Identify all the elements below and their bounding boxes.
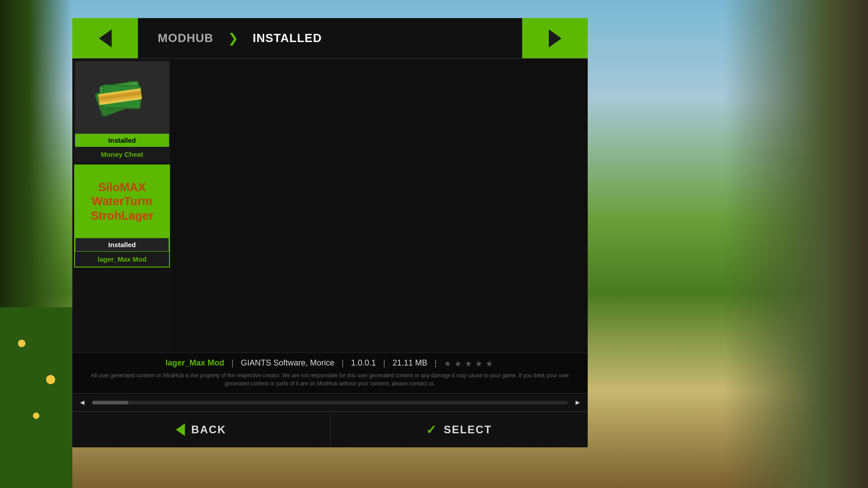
star-4: ★	[475, 359, 484, 368]
scroll-left-button[interactable]: ◄	[77, 397, 88, 408]
mod-card-silo-max[interactable]: SiloMAX WaterTurm StrohLager Installed l…	[74, 164, 170, 267]
select-button[interactable]: ✓ SELECT	[330, 412, 588, 447]
selected-mod-version: 1.0.0.1	[351, 358, 376, 368]
rating-stars: ★ ★ ★ ★ ★	[444, 359, 495, 368]
nav-bar: MODHUB ❯ INSTALLED	[72, 18, 588, 59]
tab-installed[interactable]: INSTALLED	[242, 18, 333, 58]
action-bar: BACK ✓ SELECT	[72, 411, 588, 447]
mod-card-status-money-cheat: Installed	[75, 134, 169, 147]
chevron-left-icon	[99, 29, 112, 47]
chevron-right-icon	[549, 29, 561, 47]
selected-mod-size: 21.11 MB	[392, 358, 427, 368]
mod-card-name-silo-max: lager_Max Mod	[75, 252, 169, 267]
scrollbar-thumb[interactable]	[92, 401, 128, 404]
mod-card-image-money-cheat	[75, 61, 169, 134]
star-3: ★	[465, 359, 474, 368]
money-icon	[95, 75, 149, 120]
nav-prev-button[interactable]	[72, 18, 138, 58]
mod-list: Installed Money Cheat SiloMAX WaterTurm …	[72, 59, 172, 352]
tab-modhub[interactable]: MODHUB	[147, 18, 224, 58]
main-panel: MODHUB ❯ INSTALLED	[72, 18, 588, 447]
star-5: ★	[486, 359, 495, 368]
star-1: ★	[444, 359, 453, 368]
scrollbar-area: ◄ ►	[72, 393, 588, 411]
mod-card-image-silo-max: SiloMAX WaterTurm StrohLager	[75, 165, 169, 238]
silo-max-title: SiloMAX WaterTurm StrohLager	[91, 180, 154, 223]
back-button[interactable]: BACK	[72, 412, 330, 447]
nav-next-button[interactable]	[522, 18, 588, 58]
scroll-right-button[interactable]: ►	[572, 397, 583, 408]
mod-detail-area	[172, 59, 588, 352]
info-bar-meta: lager_Max Mod | GIANTS Software, Morice …	[81, 358, 579, 368]
selected-mod-author: GIANTS Software, Morice	[241, 358, 335, 368]
mod-card-status-silo-max: Installed	[75, 238, 169, 252]
scrollbar-track[interactable]	[92, 401, 568, 404]
mod-card-name-money-cheat: Money Cheat	[75, 147, 169, 162]
content-area: Installed Money Cheat SiloMAX WaterTurm …	[72, 59, 588, 352]
selected-mod-name: lager_Max Mod	[165, 358, 224, 368]
check-icon: ✓	[426, 422, 437, 437]
bg-right-overlay	[723, 0, 868, 488]
back-icon	[176, 423, 185, 436]
tab-separator-icon: ❯	[228, 31, 238, 46]
star-2: ★	[454, 359, 463, 368]
sunflowers-decoration	[0, 307, 72, 488]
mod-card-money-cheat[interactable]: Installed Money Cheat	[74, 61, 170, 163]
disclaimer-text: All user generated content on ModHub is …	[81, 371, 579, 388]
nav-tabs: MODHUB ❯ INSTALLED	[138, 18, 522, 58]
info-bar: lager_Max Mod | GIANTS Software, Morice …	[72, 352, 588, 393]
